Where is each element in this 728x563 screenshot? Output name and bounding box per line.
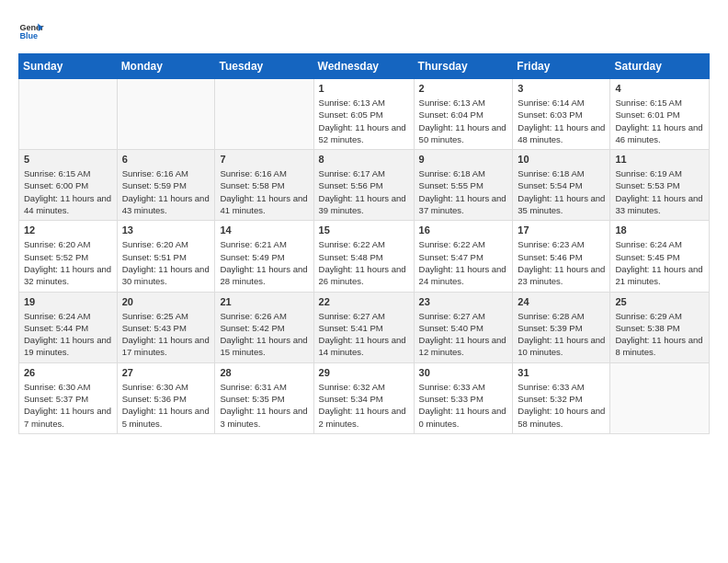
day-number: 27 bbox=[122, 367, 210, 378]
day-number: 1 bbox=[319, 83, 409, 94]
day-info: Sunrise: 6:33 AMSunset: 5:33 PMDaylight:… bbox=[419, 381, 508, 430]
day-info: Sunrise: 6:20 AMSunset: 5:52 PMDaylight:… bbox=[24, 238, 112, 287]
weekday-header-sunday: Sunday bbox=[19, 54, 118, 79]
calendar-cell: 7Sunrise: 6:16 AMSunset: 5:58 PMDaylight… bbox=[215, 150, 313, 221]
weekday-header-friday: Friday bbox=[513, 54, 610, 79]
day-number: 29 bbox=[319, 367, 409, 378]
calendar-cell: 31Sunrise: 6:33 AMSunset: 5:32 PMDayligh… bbox=[513, 362, 610, 433]
calendar-cell: 28Sunrise: 6:31 AMSunset: 5:35 PMDayligh… bbox=[215, 362, 313, 433]
calendar-cell: 24Sunrise: 6:28 AMSunset: 5:39 PMDayligh… bbox=[513, 292, 610, 362]
day-number: 14 bbox=[220, 224, 308, 236]
day-info: Sunrise: 6:16 AMSunset: 5:58 PMDaylight:… bbox=[220, 167, 308, 216]
day-info: Sunrise: 6:18 AMSunset: 5:55 PMDaylight:… bbox=[419, 167, 508, 216]
calendar-cell: 25Sunrise: 6:29 AMSunset: 5:38 PMDayligh… bbox=[610, 292, 710, 362]
day-number: 26 bbox=[24, 367, 112, 378]
calendar-cell: 21Sunrise: 6:26 AMSunset: 5:42 PMDayligh… bbox=[215, 292, 313, 362]
day-info: Sunrise: 6:24 AMSunset: 5:45 PMDaylight:… bbox=[615, 238, 704, 287]
day-number: 17 bbox=[518, 224, 605, 236]
day-info: Sunrise: 6:17 AMSunset: 5:56 PMDaylight:… bbox=[319, 167, 409, 216]
logo: General Blue bbox=[18, 18, 48, 44]
calendar-cell bbox=[19, 79, 118, 150]
day-info: Sunrise: 6:21 AMSunset: 5:49 PMDaylight:… bbox=[220, 238, 308, 287]
day-info: Sunrise: 6:31 AMSunset: 5:35 PMDaylight:… bbox=[220, 381, 308, 430]
weekday-header-saturday: Saturday bbox=[610, 54, 710, 79]
calendar-cell: 26Sunrise: 6:30 AMSunset: 5:37 PMDayligh… bbox=[19, 362, 118, 433]
calendar-cell: 5Sunrise: 6:15 AMSunset: 6:00 PMDaylight… bbox=[19, 150, 118, 221]
day-info: Sunrise: 6:32 AMSunset: 5:34 PMDaylight:… bbox=[319, 381, 409, 430]
logo-icon: General Blue bbox=[18, 18, 44, 44]
day-number: 31 bbox=[518, 367, 605, 378]
calendar-cell: 2Sunrise: 6:13 AMSunset: 6:04 PMDaylight… bbox=[414, 79, 513, 150]
day-number: 13 bbox=[122, 224, 210, 236]
day-number: 15 bbox=[319, 224, 409, 236]
day-info: Sunrise: 6:29 AMSunset: 5:38 PMDaylight:… bbox=[615, 310, 704, 359]
day-info: Sunrise: 6:19 AMSunset: 5:53 PMDaylight:… bbox=[615, 167, 704, 216]
day-info: Sunrise: 6:28 AMSunset: 5:39 PMDaylight:… bbox=[518, 310, 605, 359]
day-number: 28 bbox=[220, 367, 308, 378]
calendar-cell bbox=[215, 79, 313, 150]
svg-text:Blue: Blue bbox=[19, 31, 38, 40]
weekday-header-wednesday: Wednesday bbox=[313, 54, 414, 79]
day-info: Sunrise: 6:26 AMSunset: 5:42 PMDaylight:… bbox=[220, 310, 308, 359]
day-number: 3 bbox=[518, 83, 605, 94]
day-number: 23 bbox=[419, 296, 508, 307]
day-number: 8 bbox=[319, 154, 409, 165]
weekday-header-tuesday: Tuesday bbox=[215, 54, 313, 79]
calendar-cell: 17Sunrise: 6:23 AMSunset: 5:46 PMDayligh… bbox=[513, 221, 610, 292]
week-row-2: 5Sunrise: 6:15 AMSunset: 6:00 PMDaylight… bbox=[19, 150, 710, 221]
calendar-cell: 9Sunrise: 6:18 AMSunset: 5:55 PMDaylight… bbox=[414, 150, 513, 221]
day-number: 21 bbox=[220, 296, 308, 307]
calendar-cell: 14Sunrise: 6:21 AMSunset: 5:49 PMDayligh… bbox=[215, 221, 313, 292]
day-info: Sunrise: 6:22 AMSunset: 5:48 PMDaylight:… bbox=[319, 238, 409, 287]
calendar-cell: 3Sunrise: 6:14 AMSunset: 6:03 PMDaylight… bbox=[513, 79, 610, 150]
week-row-5: 26Sunrise: 6:30 AMSunset: 5:37 PMDayligh… bbox=[19, 362, 710, 433]
calendar-cell: 11Sunrise: 6:19 AMSunset: 5:53 PMDayligh… bbox=[610, 150, 710, 221]
weekday-header-monday: Monday bbox=[117, 54, 215, 79]
day-info: Sunrise: 6:22 AMSunset: 5:47 PMDaylight:… bbox=[419, 238, 508, 287]
day-info: Sunrise: 6:15 AMSunset: 6:01 PMDaylight:… bbox=[615, 97, 704, 145]
calendar-cell: 27Sunrise: 6:30 AMSunset: 5:36 PMDayligh… bbox=[117, 362, 215, 433]
week-row-3: 12Sunrise: 6:20 AMSunset: 5:52 PMDayligh… bbox=[19, 221, 710, 292]
calendar-cell: 19Sunrise: 6:24 AMSunset: 5:44 PMDayligh… bbox=[19, 292, 118, 362]
day-number: 18 bbox=[615, 224, 704, 236]
day-info: Sunrise: 6:24 AMSunset: 5:44 PMDaylight:… bbox=[24, 310, 112, 359]
day-number: 22 bbox=[319, 296, 409, 307]
day-number: 25 bbox=[615, 296, 704, 307]
weekday-header-row: SundayMondayTuesdayWednesdayThursdayFrid… bbox=[19, 54, 710, 79]
day-info: Sunrise: 6:30 AMSunset: 5:36 PMDaylight:… bbox=[122, 381, 210, 430]
calendar-cell: 30Sunrise: 6:33 AMSunset: 5:33 PMDayligh… bbox=[414, 362, 513, 433]
calendar-cell: 20Sunrise: 6:25 AMSunset: 5:43 PMDayligh… bbox=[117, 292, 215, 362]
week-row-4: 19Sunrise: 6:24 AMSunset: 5:44 PMDayligh… bbox=[19, 292, 710, 362]
day-info: Sunrise: 6:13 AMSunset: 6:05 PMDaylight:… bbox=[319, 97, 409, 145]
day-info: Sunrise: 6:20 AMSunset: 5:51 PMDaylight:… bbox=[122, 238, 210, 287]
calendar-cell bbox=[117, 79, 215, 150]
calendar-cell: 18Sunrise: 6:24 AMSunset: 5:45 PMDayligh… bbox=[610, 221, 710, 292]
day-info: Sunrise: 6:16 AMSunset: 5:59 PMDaylight:… bbox=[122, 167, 210, 216]
day-info: Sunrise: 6:33 AMSunset: 5:32 PMDaylight:… bbox=[518, 381, 605, 430]
day-number: 10 bbox=[518, 154, 605, 165]
day-number: 4 bbox=[615, 83, 704, 94]
calendar-cell: 15Sunrise: 6:22 AMSunset: 5:48 PMDayligh… bbox=[313, 221, 414, 292]
day-number: 6 bbox=[122, 154, 210, 165]
day-number: 19 bbox=[24, 296, 112, 307]
calendar-cell: 8Sunrise: 6:17 AMSunset: 5:56 PMDaylight… bbox=[313, 150, 414, 221]
calendar-cell: 4Sunrise: 6:15 AMSunset: 6:01 PMDaylight… bbox=[610, 79, 710, 150]
page-header: General Blue bbox=[18, 18, 710, 44]
day-info: Sunrise: 6:18 AMSunset: 5:54 PMDaylight:… bbox=[518, 167, 605, 216]
calendar-cell: 29Sunrise: 6:32 AMSunset: 5:34 PMDayligh… bbox=[313, 362, 414, 433]
day-number: 5 bbox=[24, 154, 112, 165]
calendar-cell: 6Sunrise: 6:16 AMSunset: 5:59 PMDaylight… bbox=[117, 150, 215, 221]
calendar-cell: 22Sunrise: 6:27 AMSunset: 5:41 PMDayligh… bbox=[313, 292, 414, 362]
day-info: Sunrise: 6:14 AMSunset: 6:03 PMDaylight:… bbox=[518, 97, 605, 145]
calendar-cell bbox=[610, 362, 710, 433]
day-info: Sunrise: 6:27 AMSunset: 5:40 PMDaylight:… bbox=[419, 310, 508, 359]
calendar-table: SundayMondayTuesdayWednesdayThursdayFrid… bbox=[18, 53, 710, 434]
week-row-1: 1Sunrise: 6:13 AMSunset: 6:05 PMDaylight… bbox=[19, 79, 710, 150]
day-info: Sunrise: 6:30 AMSunset: 5:37 PMDaylight:… bbox=[24, 381, 112, 430]
day-number: 7 bbox=[220, 154, 308, 165]
day-info: Sunrise: 6:23 AMSunset: 5:46 PMDaylight:… bbox=[518, 238, 605, 287]
day-number: 24 bbox=[518, 296, 605, 307]
calendar-cell: 10Sunrise: 6:18 AMSunset: 5:54 PMDayligh… bbox=[513, 150, 610, 221]
day-number: 11 bbox=[615, 154, 704, 165]
day-number: 12 bbox=[24, 224, 112, 236]
